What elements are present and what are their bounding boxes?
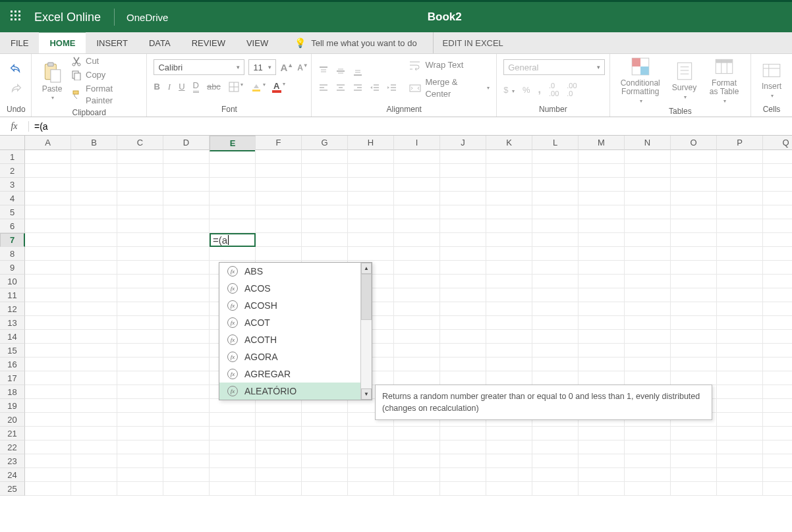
cell[interactable] [763,427,792,440]
increase-font-icon[interactable]: A▲ [280,62,293,73]
cell[interactable] [25,385,71,399]
cell[interactable] [486,192,532,205]
cell[interactable] [394,427,440,440]
cell[interactable] [717,192,763,205]
cell[interactable] [671,164,717,178]
cell[interactable] [717,316,763,330]
column-header[interactable]: D [163,136,210,150]
scroll-down-arrow[interactable]: ▼ [361,388,372,400]
row-header[interactable]: 9 [0,261,25,275]
cell[interactable] [117,178,163,192]
wrap-text-button[interactable]: Wrap Text [409,59,490,71]
app-name[interactable]: Excel Online [32,11,110,24]
cell[interactable] [671,468,717,482]
cell[interactable] [625,192,671,205]
row-header[interactable]: 24 [0,468,25,482]
cell[interactable] [302,219,348,233]
cell[interactable] [440,288,486,302]
cell[interactable] [302,247,348,261]
row-header[interactable]: 11 [0,288,25,302]
cell[interactable] [440,316,486,330]
cell[interactable] [579,371,625,385]
cell[interactable] [117,302,163,316]
cell[interactable] [25,205,71,219]
cell[interactable] [163,316,210,330]
cell[interactable] [71,178,117,192]
cell[interactable] [348,205,394,219]
cell[interactable] [579,192,625,205]
cell[interactable] [394,454,440,468]
cell[interactable] [625,358,671,371]
cell[interactable] [671,330,717,344]
cell[interactable] [717,178,763,192]
survey-button[interactable]: Survey▾ [669,60,699,101]
cell[interactable] [117,385,163,399]
spreadsheet-grid[interactable]: ABCDEFGHIJKLMNOPQ 1234567891011121314151… [0,136,792,531]
autocomplete-item[interactable]: fxAGREGAR [219,365,360,383]
cell[interactable] [163,178,210,192]
cell[interactable] [394,288,440,302]
cell[interactable] [25,219,71,233]
cell[interactable] [394,219,440,233]
column-header[interactable]: I [394,136,440,150]
column-header[interactable]: C [117,136,163,150]
cell[interactable] [163,219,210,233]
row-header[interactable]: 23 [0,454,25,468]
cell[interactable] [210,150,256,164]
cell[interactable] [256,427,302,440]
cell[interactable] [210,247,256,261]
cell[interactable] [671,344,717,358]
cell[interactable] [348,192,394,205]
tab-data[interactable]: DATA [138,32,181,53]
cell[interactable] [25,427,71,440]
cell[interactable] [625,316,671,330]
cell[interactable] [486,482,532,496]
cell[interactable] [302,178,348,192]
cell[interactable] [763,440,792,454]
cell[interactable] [579,164,625,178]
cell[interactable] [532,205,579,219]
cell[interactable] [763,247,792,261]
cell[interactable] [117,192,163,205]
cell[interactable] [763,275,792,288]
cell[interactable] [579,454,625,468]
cell[interactable] [25,275,71,288]
cell[interactable] [256,219,302,233]
cell[interactable] [210,468,256,482]
cell[interactable] [163,468,210,482]
cell[interactable] [117,219,163,233]
row-header[interactable]: 15 [0,344,25,358]
cell[interactable] [532,427,579,440]
cell[interactable] [532,344,579,358]
cell[interactable] [717,219,763,233]
cell[interactable] [394,358,440,371]
tab-home[interactable]: HOME [39,32,86,53]
cell[interactable] [579,233,625,247]
cell[interactable] [71,288,117,302]
cell[interactable] [71,233,117,247]
cell[interactable] [440,150,486,164]
cell[interactable] [671,150,717,164]
cell[interactable] [532,440,579,454]
cell[interactable] [25,261,71,275]
cell[interactable] [348,233,394,247]
insert-cells-button[interactable]: Insert▾ [758,59,785,100]
cell[interactable] [440,275,486,288]
cell[interactable] [25,482,71,496]
cell[interactable] [71,468,117,482]
cell[interactable] [763,302,792,316]
cell[interactable] [25,247,71,261]
cell[interactable] [532,275,579,288]
cell[interactable] [625,150,671,164]
fx-icon[interactable]: fx [0,121,29,132]
cell[interactable] [348,454,394,468]
cell[interactable] [440,164,486,178]
cell[interactable] [717,164,763,178]
cell[interactable] [25,150,71,164]
cell[interactable] [163,413,210,427]
increase-indent-icon[interactable] [387,83,397,93]
cell[interactable] [25,288,71,302]
cell[interactable] [394,233,440,247]
cell[interactable] [763,205,792,219]
cell[interactable] [625,205,671,219]
